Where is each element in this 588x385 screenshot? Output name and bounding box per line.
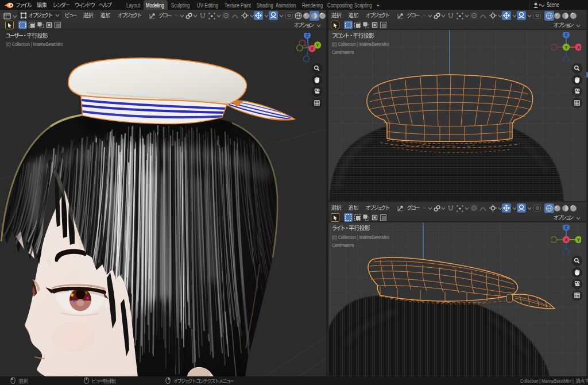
svg-text:Z: Z (565, 32, 568, 37)
svg-text:Y: Y (577, 237, 580, 242)
svg-text:Y: Y (316, 43, 319, 48)
svg-text:Y: Y (564, 45, 567, 50)
svg-text:X: X (311, 46, 314, 51)
svg-text:X: X (564, 237, 567, 242)
svg-text:X: X (577, 45, 580, 50)
svg-text:Z: Z (306, 33, 309, 38)
svg-text:Z: Z (565, 225, 568, 230)
